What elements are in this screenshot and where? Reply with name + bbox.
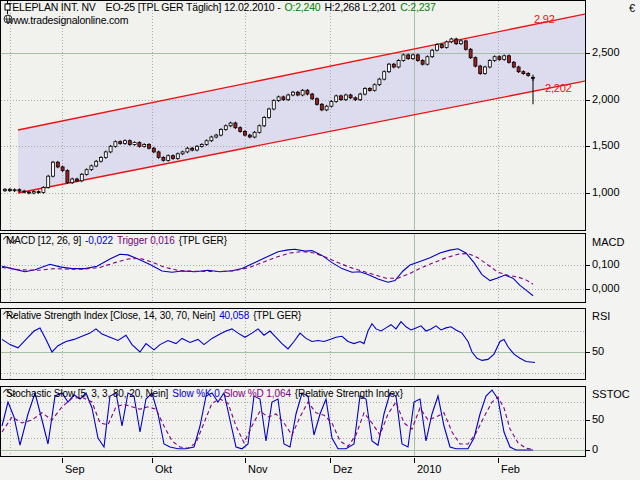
y-axis-tick-label: 50 xyxy=(592,345,604,357)
rsi-source: {TPL GER} xyxy=(253,310,301,321)
website-link[interactable]: www.tradesignalonline.com xyxy=(6,14,128,26)
y-axis-tick xyxy=(586,420,590,421)
y-axis-tick-label: 0 xyxy=(592,443,598,455)
stochastic-panel[interactable]: Stochastic Slow [5, 3, 3, 80, 20, Nein]S… xyxy=(0,386,586,457)
y-axis-tick xyxy=(586,100,590,101)
macd-trigger-value: Trigger 0,016 xyxy=(117,235,175,246)
y-axis-tick xyxy=(586,289,590,290)
macd-panel[interactable]: MACD [12, 26, 9]-0,022Trigger 0,016{TPL … xyxy=(0,233,586,303)
currency-label: € xyxy=(629,2,635,14)
stochastic-k-value: Slow %K 0 xyxy=(172,388,219,399)
x-axis-tick-label: Okt xyxy=(155,463,172,475)
stochastic-d-value: Slow %D 1,064 xyxy=(224,388,291,399)
instrument-title: TELEPLAN INT. NV xyxy=(6,1,96,13)
y-axis-tick xyxy=(586,352,590,353)
channel-lower-value-label: 2,202 xyxy=(545,82,572,94)
x-axis-tick xyxy=(245,458,246,463)
y-axis-tick-label: 50 xyxy=(592,413,604,425)
y-axis-tick-label: 0,000 xyxy=(592,282,620,294)
stochastic-source: {Relative Strength Index} xyxy=(295,388,403,399)
y-axis-tick-label: 0,100 xyxy=(592,258,620,270)
y-axis-tick xyxy=(586,53,590,54)
x-axis-tick xyxy=(498,458,499,463)
price-chart-panel[interactable]: TELEPLAN INT. NVEO-25 [TPL GER Täglich] … xyxy=(0,0,586,231)
stochastic-name: Stochastic Slow [5, 3, 3, 80, 20, Nein] xyxy=(6,388,168,399)
open-value: O:2,240 xyxy=(284,1,320,13)
series-details: EO-25 [TPL GER Täglich] 12.02.2010 - xyxy=(106,1,281,13)
x-axis-tick-label: 2010 xyxy=(417,463,441,475)
macd-name: MACD [12, 26, 9] xyxy=(6,235,81,246)
channel-upper-value-label: 2,92 xyxy=(534,13,555,25)
y-axis-tick-label: 2,500 xyxy=(592,46,620,58)
x-axis-tick-label: Feb xyxy=(501,463,520,475)
rsi-name: Relative Strength Index [Close, 14, 30, … xyxy=(6,310,215,321)
rsi-value: 40,058 xyxy=(219,310,249,321)
y-axis-tick-label: 1,500 xyxy=(592,139,620,151)
rsi-header: Relative Strength Index [Close, 14, 30, … xyxy=(3,310,301,321)
chart-header: TELEPLAN INT. NVEO-25 [TPL GER Täglich] … xyxy=(3,1,436,13)
x-axis-tick-label: Dez xyxy=(333,463,353,475)
x-axis-tick-label: Sep xyxy=(65,463,85,475)
y-axis-tick xyxy=(586,450,590,451)
y-axis-tick xyxy=(586,193,590,194)
rsi-panel[interactable]: Relative Strength Index [Close, 14, 30, … xyxy=(0,308,586,380)
stochastic-header: Stochastic Slow [5, 3, 3, 80, 20, Nein]S… xyxy=(3,388,403,399)
x-axis-tick xyxy=(62,458,63,463)
macd-header: MACD [12, 26, 9]-0,022Trigger 0,016{TPL … xyxy=(3,235,227,246)
website-row: www.tradesignalonline.com xyxy=(3,14,128,26)
macd-source: {TPL GER} xyxy=(179,235,227,246)
x-axis-tick xyxy=(330,458,331,463)
y-axis-tick xyxy=(586,146,590,147)
x-axis-tick-label: Nov xyxy=(248,463,268,475)
y-axis-tick-label: 1,000 xyxy=(592,186,620,198)
y-axis-tick-label: 2,000 xyxy=(592,93,620,105)
macd-axis-title: MACD xyxy=(592,236,624,248)
y-axis-tick xyxy=(586,265,590,266)
rsi-axis-title: RSI xyxy=(592,310,610,322)
chart-window: TELEPLAN INT. NVEO-25 [TPL GER Täglich] … xyxy=(0,0,640,480)
high-low-values: H:2,268 L:2,201 xyxy=(324,1,396,13)
x-axis-tick xyxy=(152,458,153,463)
close-value: C:2,237 xyxy=(400,1,435,13)
x-axis-tick xyxy=(414,458,415,463)
sstoc-axis-title: SSTOC xyxy=(592,388,630,400)
macd-value: -0,022 xyxy=(85,235,113,246)
